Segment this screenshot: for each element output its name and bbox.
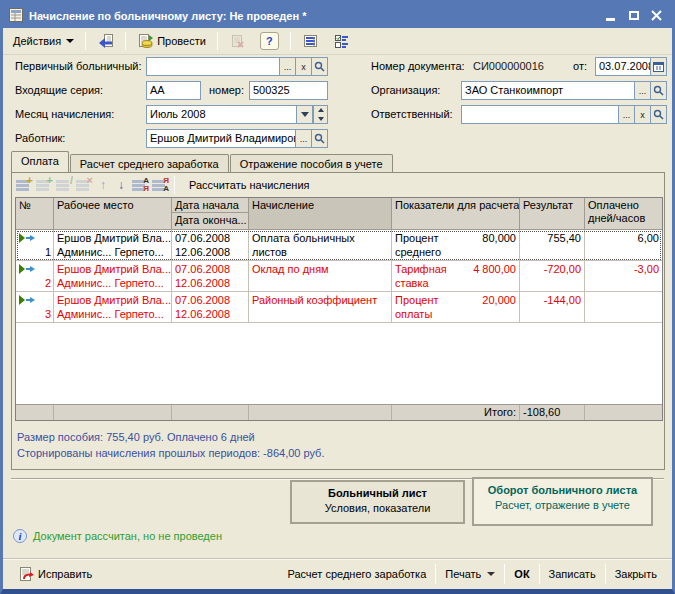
window-icon — [9, 8, 23, 24]
reversed-accruals-line: Сторнированы начисления прошлых периодов… — [17, 445, 324, 461]
calendar-button[interactable] — [650, 58, 666, 75]
incoming-series-value: АА — [147, 82, 200, 99]
spin-down-icon[interactable] — [314, 115, 327, 124]
reread-button[interactable] — [91, 30, 120, 52]
print-button[interactable]: Печать — [436, 564, 504, 584]
employee-search-button[interactable] — [311, 130, 327, 147]
organization-field[interactable]: ЗАО Станкоимпорт ... — [461, 81, 667, 100]
primary-sick-list-ellipsis-button[interactable]: ... — [279, 58, 295, 75]
organization-search-button[interactable] — [650, 82, 666, 99]
accrual-month-field[interactable]: Июль 2008 — [146, 105, 313, 124]
employee-value: Ершов Дмитрий Владимирови — [147, 130, 295, 147]
sort-asc-button[interactable]: АЯ — [131, 177, 149, 194]
total-value: -108,60 — [520, 405, 585, 420]
fix-button[interactable]: Исправить — [9, 562, 101, 586]
organization-label: Организация: — [371, 84, 440, 98]
organization-ellipsis-button[interactable]: ... — [634, 82, 650, 99]
primary-sick-list-search-button[interactable] — [311, 58, 327, 75]
col-paid[interactable]: Оплаченодней/часов — [585, 198, 662, 230]
help-button[interactable]: ? — [254, 29, 285, 53]
employee-ellipsis-button[interactable]: ... — [295, 130, 311, 147]
table-toolbar: + + / × ↑ ↓ АЯ ЯА Рассчитать начисления — [12, 173, 664, 197]
row-marker-icon — [18, 263, 38, 275]
tab-payment[interactable]: Оплата — [11, 151, 69, 172]
accruals-table: № Рабочее место Дата началаДата оконча..… — [15, 197, 663, 421]
chevron-down-icon — [487, 572, 495, 576]
unpost-document-icon — [229, 33, 246, 49]
spin-up-icon[interactable] — [314, 106, 327, 115]
incoming-series-field[interactable]: АА — [146, 81, 201, 100]
magnifier-icon — [314, 61, 325, 72]
post-button[interactable]: Провести — [131, 30, 212, 52]
benefit-summary: Размер пособия: 755,40 руб. Оплачено 6 д… — [17, 429, 324, 461]
responsible-field[interactable]: ... x — [461, 105, 667, 124]
magnifier-icon — [653, 85, 664, 96]
col-dates[interactable]: Дата началаДата оконча... — [172, 198, 249, 230]
employee-field[interactable]: Ершов Дмитрий Владимирови ... — [146, 129, 328, 148]
copy-row-button[interactable]: + — [35, 177, 53, 194]
accrual-month-value: Июль 2008 — [147, 106, 296, 123]
print-button-label: Печать — [445, 568, 481, 580]
minimize-button[interactable] — [601, 8, 620, 23]
toolbar-separator — [125, 32, 126, 50]
bottom-button-bar: Исправить Расчет среднего заработка Печа… — [3, 558, 672, 589]
primary-sick-list-clear-button[interactable]: x — [295, 58, 311, 75]
structure-button[interactable] — [296, 30, 325, 52]
magnifier-icon — [653, 109, 664, 120]
table-row[interactable]: 3 Ершов Дмитрий Вла...Админис... Герпето… — [16, 292, 662, 323]
responsible-search-button[interactable] — [650, 106, 666, 123]
col-accrual[interactable]: Начисление — [249, 198, 392, 230]
incoming-number-label: номер: — [209, 84, 244, 98]
document-window: Начисление по больничному листу: Не пров… — [0, 0, 675, 594]
table-row[interactable]: 1 Ершов Дмитрий Вла...Админис... Герпето… — [16, 230, 662, 261]
sick-list-nav-title: Больничный лист — [292, 482, 463, 499]
payment-tab-page: + + / × ↑ ↓ АЯ ЯА Рассчитать начисления … — [11, 172, 665, 470]
col-workplace[interactable]: Рабочее место — [54, 198, 172, 230]
sick-list-nav-button[interactable]: Больничный лист Условия, показатели — [290, 480, 465, 524]
organization-value: ЗАО Станкоимпорт — [462, 82, 634, 99]
move-down-button[interactable]: ↓ — [113, 177, 129, 194]
chevron-down-icon — [66, 39, 74, 43]
move-up-button[interactable]: ↑ — [95, 177, 111, 194]
ok-button[interactable]: ОК — [505, 564, 538, 584]
responsible-clear-button[interactable]: x — [634, 106, 650, 123]
col-num[interactable]: № — [16, 198, 54, 230]
close-form-button[interactable]: Закрыть — [606, 564, 666, 584]
settings-list-button[interactable] — [327, 30, 356, 52]
turnover-nav-subtitle: Расчет, отражение в учете — [474, 496, 651, 511]
titlebar[interactable]: Начисление по больничному листу: Не пров… — [3, 3, 672, 28]
actions-menu-button[interactable]: Действия — [7, 32, 80, 50]
maximize-button[interactable] — [624, 8, 643, 23]
save-button[interactable]: Записать — [540, 564, 605, 584]
accrual-month-spinner[interactable] — [313, 105, 328, 124]
add-row-button[interactable]: + — [15, 177, 33, 194]
table-row[interactable]: 2 Ершов Дмитрий Вла...Админис... Герпето… — [16, 261, 662, 292]
delete-row-button[interactable]: × — [75, 177, 93, 194]
average-earnings-button[interactable]: Расчет среднего заработка — [278, 564, 435, 584]
sick-list-turnover-nav-button[interactable]: Оборот больничного листа Расчет, отражен… — [472, 477, 653, 526]
doc-date-field[interactable]: 03.07.2008 — [595, 57, 667, 76]
tab-benefit-reflection[interactable]: Отражение пособия в учете — [230, 154, 393, 172]
toolbar-separator — [290, 32, 291, 50]
calculate-accruals-button[interactable]: Рассчитать начисления — [180, 176, 319, 194]
responsible-ellipsis-button[interactable]: ... — [618, 106, 634, 123]
row-marker-icon — [18, 232, 38, 244]
incoming-number-field[interactable]: 500325 — [249, 81, 328, 100]
table-empty-area[interactable] — [16, 323, 662, 404]
edit-row-icon: / — [70, 174, 73, 186]
col-indicators[interactable]: Показатели для расчета — [392, 198, 520, 230]
incoming-series-label: Входящие серия: — [15, 84, 103, 98]
col-result[interactable]: Результат — [520, 198, 585, 230]
close-button[interactable] — [647, 8, 666, 23]
toolbar-separator — [174, 176, 175, 194]
tab-average-earnings[interactable]: Расчет среднего заработка — [70, 154, 229, 172]
primary-sick-list-field[interactable]: ... x — [146, 57, 328, 76]
window-title: Начисление по больничному листу: Не пров… — [29, 10, 601, 22]
edit-row-button[interactable]: / — [55, 177, 73, 194]
incoming-number-value: 500325 — [250, 82, 327, 99]
responsible-value — [462, 106, 618, 123]
sort-desc-button[interactable]: ЯА — [151, 177, 169, 194]
add-row-icon: + — [27, 174, 33, 186]
help-icon: ? — [260, 32, 279, 50]
accrual-month-dropdown-button[interactable] — [296, 106, 312, 123]
